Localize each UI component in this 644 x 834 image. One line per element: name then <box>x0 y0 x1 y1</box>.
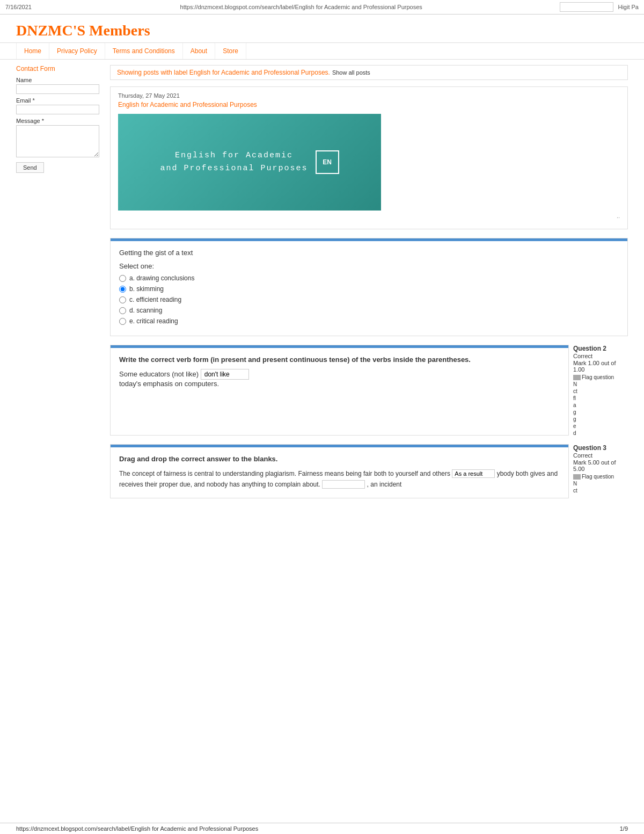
send-button[interactable]: Send <box>16 162 44 173</box>
quiz2-text-before: Some educators (not like) <box>119 370 199 378</box>
q3-input1[interactable] <box>452 469 495 478</box>
banner-line1: English for Academic <box>160 149 308 162</box>
higit-pa-label: Higit Pa <box>618 4 639 10</box>
label-notice: Showing posts with label English for Aca… <box>110 65 628 80</box>
top-bar-url: https://dnzmcext.blogspot.com/search/lab… <box>42 4 560 10</box>
q3-side-section: Question 3 Correct Mark 5.00 out of 5.00… <box>573 444 628 494</box>
q3-input2[interactable] <box>322 480 365 489</box>
banner-icon: EN <box>316 150 339 174</box>
q3-text3: , an incident <box>367 481 402 488</box>
top-bar: 7/16/2021 https://dnzmcext.blogspot.com/… <box>0 0 644 14</box>
q3-text1: The concept of fairness is central to un… <box>119 470 450 477</box>
email-label: Email * <box>16 97 99 104</box>
nav-bar: Home Privacy Policy Terms and Conditions… <box>0 42 644 60</box>
quiz-option-b: b. skimming <box>119 285 619 293</box>
q2-correct: Correct <box>573 353 628 359</box>
label-notice-text: Showing posts with label English for Aca… <box>117 69 330 76</box>
top-bar-date: 7/16/2021 <box>5 4 32 10</box>
quiz-question-1: Getting the gist of a text <box>119 249 619 257</box>
quiz3-text: The concept of fairness is central to un… <box>119 468 560 490</box>
option-c-text: c. efficient reading <box>129 296 181 303</box>
quiz-option-e: e. critical reading <box>119 317 619 325</box>
quiz2-row: Write the correct verb form (in present … <box>110 345 628 444</box>
q2-num: Question 2 <box>573 345 628 352</box>
quiz2-text-after: today's emphasis on computers. <box>119 380 219 388</box>
quiz3-row: Drag and drop the correct answer to the … <box>110 444 628 507</box>
quiz-content-1: Getting the gist of a text Select one: a… <box>111 241 627 336</box>
banner-image: English for Academic and Professional Pu… <box>118 114 381 211</box>
q2-flag: Flag questionNctflagged <box>573 374 628 437</box>
radio-b[interactable] <box>119 286 126 293</box>
contact-form-title: Contact Form <box>16 65 99 72</box>
quiz2-instruction: Write the correct verb form (in present … <box>119 356 560 364</box>
email-input[interactable] <box>16 105 99 114</box>
radio-d[interactable] <box>119 307 126 314</box>
option-b-text: b. skimming <box>129 285 164 293</box>
radio-e[interactable] <box>119 318 126 325</box>
message-textarea[interactable] <box>16 125 99 157</box>
banner-text: English for Academic and Professional Pu… <box>160 149 308 175</box>
nav-privacy[interactable]: Privacy Policy <box>49 43 105 59</box>
option-a-text: a. drawing conclusions <box>129 274 194 282</box>
flag-icon-q2 <box>573 375 581 380</box>
show-all-posts[interactable]: Show all posts <box>332 69 370 76</box>
banner-dotdot: .. <box>118 213 620 219</box>
option-d-text: d. scanning <box>129 307 162 314</box>
nav-about[interactable]: About <box>183 43 215 59</box>
banner-line2: and Professional Purposes <box>160 162 308 175</box>
sidebar: Contact Form Name Email * Message * Send <box>16 65 99 507</box>
quiz-content-2: Write the correct verb form (in present … <box>111 348 568 400</box>
q3-num: Question 3 <box>573 444 628 452</box>
quiz-block-2: Write the correct verb form (in present … <box>110 345 569 436</box>
main-layout: Contact Form Name Email * Message * Send… <box>0 60 644 512</box>
quiz-option-a: a. drawing conclusions <box>119 274 619 282</box>
q3-flag: Flag questionNct <box>573 473 628 494</box>
q2-side-panel: Question 2 Correct Mark 1.00 out of 1.00… <box>569 345 628 444</box>
top-bar-right: Higit Pa <box>560 2 639 12</box>
quiz2-text: Some educators (not like) today's emphas… <box>119 369 560 388</box>
q3-side-panel: Question 3 Correct Mark 5.00 out of 5.00… <box>569 444 628 507</box>
quiz-block-1: Getting the gist of a text Select one: a… <box>110 238 628 336</box>
post-date: Thursday, 27 May 2021 <box>118 92 620 99</box>
flag-icon-q3 <box>573 474 581 480</box>
name-label: Name <box>16 77 99 83</box>
site-title: DNZMC'S Members <box>16 22 628 39</box>
nav-home[interactable]: Home <box>16 43 49 59</box>
nav-terms[interactable]: Terms and Conditions <box>105 43 183 59</box>
quiz2-input[interactable] <box>201 369 249 380</box>
q2-mark: Mark 1.00 out of 1.00 <box>573 360 628 373</box>
quiz-option-d: d. scanning <box>119 307 619 314</box>
quiz3-instruction: Drag and drop the correct answer to the … <box>119 455 560 463</box>
site-header: DNZMC'S Members <box>0 14 644 42</box>
post-block: Thursday, 27 May 2021 English for Academ… <box>110 86 628 229</box>
option-e-text: e. critical reading <box>129 317 178 325</box>
name-input[interactable] <box>16 84 99 94</box>
nav-store[interactable]: Store <box>215 43 246 59</box>
top-bar-input[interactable] <box>560 2 613 12</box>
quiz-option-c: c. efficient reading <box>119 296 619 303</box>
quiz-content-3: Drag and drop the correct answer to the … <box>111 447 568 498</box>
content-area: Showing posts with label English for Aca… <box>110 65 628 507</box>
q3-correct: Correct <box>573 452 628 459</box>
quiz-select-label: Select one: <box>119 262 619 270</box>
quiz-block-3: Drag and drop the correct answer to the … <box>110 444 569 498</box>
q3-mark: Mark 5.00 out of 5.00 <box>573 459 628 472</box>
message-label: Message * <box>16 118 99 124</box>
post-category[interactable]: English for Academic and Professional Pu… <box>118 101 620 108</box>
radio-a[interactable] <box>119 275 126 282</box>
q2-side-section: Question 2 Correct Mark 1.00 out of 1.00… <box>573 345 628 437</box>
radio-c[interactable] <box>119 296 126 303</box>
